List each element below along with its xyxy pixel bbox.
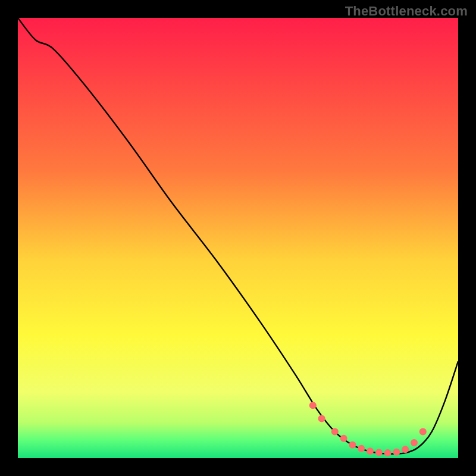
marker-point <box>402 446 409 453</box>
marker-point <box>349 441 356 449</box>
watermark-text: TheBottleneck.com <box>345 4 468 19</box>
marker-point <box>393 449 400 456</box>
marker-point <box>375 449 383 456</box>
plot-area <box>18 18 458 458</box>
chart-frame: TheBottleneck.com <box>0 0 476 476</box>
marker-point <box>358 445 365 452</box>
marker-point <box>309 402 317 409</box>
marker-point <box>340 435 347 442</box>
marker-point <box>419 428 427 436</box>
marker-point <box>367 447 374 455</box>
marker-point <box>331 428 339 436</box>
marker-point <box>384 449 392 456</box>
chart-svg <box>18 18 458 458</box>
marker-point <box>411 439 418 446</box>
marker-point <box>318 415 325 422</box>
